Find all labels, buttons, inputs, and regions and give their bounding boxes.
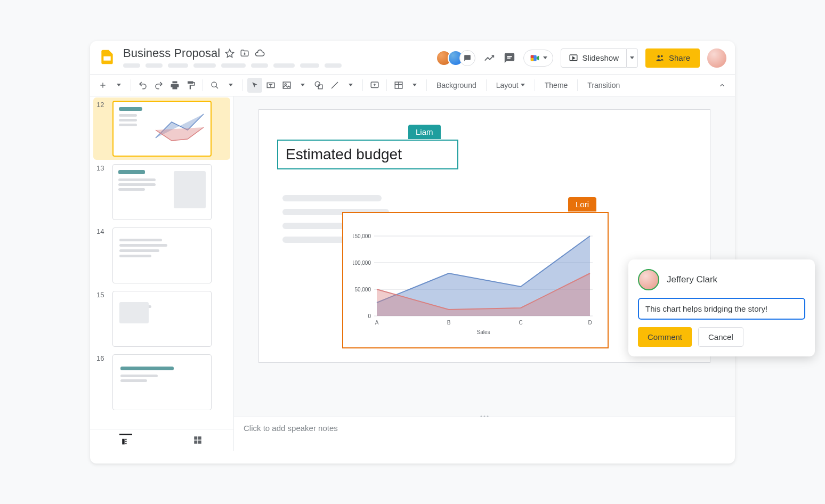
title-area: Business Proposal [123, 46, 435, 68]
slides-logo[interactable] [96, 46, 118, 68]
svg-rect-21 [198, 440, 201, 443]
textbox-tool[interactable] [263, 78, 278, 93]
chart-object[interactable]: 0 50,000 100,000 150,000 A [342, 212, 609, 348]
svg-text:100,000: 100,000 [353, 260, 371, 266]
comment-popup: Jeffery Clark Comment Cancel [628, 259, 815, 356]
chevron-down-icon [630, 56, 634, 59]
comments-icon[interactable] [503, 52, 516, 64]
chevron-down-icon [301, 84, 305, 86]
filmstrip-view-icon[interactable] [119, 434, 132, 446]
svg-rect-16 [126, 441, 127, 442]
menu-bar[interactable] [123, 63, 435, 68]
new-slide-dropdown[interactable] [111, 78, 126, 93]
slideshow-button[interactable]: Slideshow [561, 48, 627, 68]
line-dropdown[interactable] [343, 78, 358, 93]
zoom-dropdown[interactable] [223, 78, 238, 93]
more-collaborators-icon[interactable] [459, 50, 475, 66]
slideshow-label: Slideshow [583, 53, 619, 62]
svg-text:Sales: Sales [476, 329, 490, 335]
select-tool[interactable] [247, 78, 262, 93]
header: Business Proposal [90, 41, 735, 68]
zoom-button[interactable] [207, 78, 222, 93]
svg-text:50,000: 50,000 [354, 287, 371, 292]
svg-point-6 [212, 82, 216, 87]
transition-button[interactable]: Transition [582, 81, 625, 90]
slideshow-dropdown[interactable] [627, 48, 638, 68]
line-tool[interactable] [327, 78, 342, 93]
comment-input[interactable] [638, 298, 805, 320]
svg-rect-20 [194, 440, 197, 443]
svg-rect-14 [123, 439, 125, 445]
svg-rect-8 [283, 82, 290, 88]
chevron-down-icon [412, 84, 417, 86]
svg-rect-15 [126, 439, 127, 440]
star-icon[interactable] [224, 48, 235, 59]
meet-button[interactable] [523, 50, 553, 67]
activity-icon[interactable] [483, 52, 496, 64]
speaker-notes[interactable]: Click to add speaker notes [234, 417, 735, 451]
cursor-label-lori: Lori [568, 197, 596, 212]
svg-text:B: B [447, 320, 451, 326]
theme-button[interactable]: Theme [539, 81, 573, 90]
svg-point-10 [315, 82, 320, 86]
chevron-down-icon [521, 84, 525, 86]
comment-author: Jeffery Clark [667, 274, 717, 285]
profile-avatar[interactable] [707, 48, 726, 68]
image-dropdown[interactable] [295, 78, 310, 93]
svg-point-5 [661, 55, 663, 57]
chevron-down-icon [543, 56, 547, 59]
thumbnail-12[interactable]: 12 [93, 97, 230, 160]
cloud-status-icon[interactable] [254, 48, 265, 59]
title-textbox[interactable]: Estimated budget [277, 140, 458, 169]
shape-tool[interactable] [311, 78, 326, 93]
image-tool[interactable] [279, 78, 294, 93]
chevron-down-icon [117, 84, 121, 86]
redo-button[interactable] [151, 78, 166, 93]
notes-resize-handle[interactable] [481, 416, 489, 417]
chart-svg: 0 50,000 100,000 150,000 A [353, 220, 598, 343]
chevron-down-icon [229, 84, 233, 86]
collaborator-avatars[interactable] [440, 50, 475, 66]
svg-text:0: 0 [368, 313, 371, 319]
svg-text:A: A [375, 320, 379, 326]
grid-view-icon[interactable] [191, 434, 204, 446]
collapse-toolbar-icon[interactable] [715, 78, 730, 93]
comment-tool[interactable] [367, 78, 382, 93]
thumbnail-15[interactable]: 15 [96, 291, 227, 347]
thumbnail-14[interactable]: 14 [96, 227, 227, 283]
svg-rect-2 [530, 58, 533, 61]
cursor-label-liam: Liam [408, 125, 441, 139]
paint-format-button[interactable] [183, 78, 198, 93]
layout-button[interactable]: Layout [491, 81, 530, 90]
svg-text:D: D [588, 320, 592, 326]
svg-rect-1 [530, 55, 533, 58]
share-label: Share [669, 53, 690, 62]
comment-submit-button[interactable]: Comment [638, 327, 692, 347]
table-tool[interactable] [391, 78, 406, 93]
print-button[interactable] [167, 78, 182, 93]
new-slide-button[interactable] [95, 78, 110, 93]
undo-button[interactable] [135, 78, 150, 93]
move-folder-icon[interactable] [239, 48, 250, 59]
comment-cancel-button[interactable]: Cancel [698, 327, 743, 347]
toolbar: Background Layout Theme Transition [90, 74, 735, 96]
header-right: Slideshow Share [440, 48, 726, 68]
share-button[interactable]: Share [645, 48, 700, 68]
svg-point-4 [657, 55, 660, 58]
app-window: Business Proposal [90, 41, 735, 464]
thumbnail-list[interactable]: 12 13 [90, 96, 233, 429]
thumbnail-sidebar: 12 13 [90, 96, 234, 451]
svg-rect-18 [194, 436, 197, 440]
svg-text:150,000: 150,000 [353, 233, 371, 239]
chevron-down-icon [349, 84, 353, 86]
background-button[interactable]: Background [431, 81, 482, 90]
table-dropdown[interactable] [407, 78, 422, 93]
thumbnail-16[interactable]: 16 [96, 354, 227, 410]
svg-text:C: C [519, 320, 522, 326]
doc-title[interactable]: Business Proposal [123, 46, 220, 60]
svg-rect-19 [198, 436, 201, 440]
comment-avatar [638, 269, 659, 290]
svg-rect-17 [126, 443, 127, 444]
title-text: Estimated budget [286, 146, 402, 163]
thumbnail-13[interactable]: 13 [96, 164, 227, 220]
